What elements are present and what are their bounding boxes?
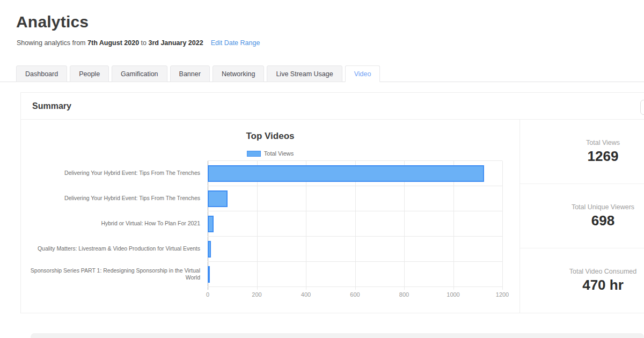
tab-networking[interactable]: Networking — [213, 65, 265, 82]
x-tick-label: 1200 — [496, 291, 509, 298]
category-label: Sponsorship Series PART 1: Redesigning S… — [21, 261, 204, 286]
bar-row — [208, 161, 502, 186]
chart-plot-area — [208, 160, 502, 286]
y-axis-category-labels: Delivering Your Hybrid Event: Tips From … — [21, 160, 204, 286]
summary-card: Summary Top Videos Total Views Deliverin… — [20, 92, 644, 313]
from-date: 7th August 2020 — [87, 39, 139, 47]
card-action-button[interactable] — [640, 100, 644, 115]
bar-total-views[interactable] — [208, 216, 214, 232]
tab-bar: DashboardPeopleGamificationBannerNetwork… — [0, 65, 644, 82]
next-section-header-bar — [31, 333, 644, 338]
x-axis-tick-labels: 020040060080010001200 — [208, 291, 502, 299]
date-range-summary: Showing analytics from 7th August 2020 t… — [17, 39, 260, 47]
stat-label: Total Unique Viewers — [572, 203, 634, 211]
tab-people[interactable]: People — [70, 65, 109, 82]
edit-date-range-link[interactable]: Edit Date Range — [211, 39, 260, 47]
summary-card-header: Summary — [21, 93, 644, 120]
stat-value: 1269 — [588, 148, 619, 165]
x-tick-label: 600 — [350, 291, 360, 298]
bar-row — [208, 186, 502, 211]
tab-video[interactable]: Video — [345, 65, 380, 82]
x-tick-label: 1000 — [447, 291, 459, 298]
gridline-1200 — [502, 161, 503, 290]
stat-panel-total-video-consumed: Total Video Consumed470 hr — [520, 248, 644, 313]
stats-column: Total Views1269Total Unique Viewers698To… — [519, 120, 644, 313]
stat-label: Total Views — [586, 139, 620, 146]
bar-total-views[interactable] — [208, 165, 484, 182]
bar-total-views[interactable] — [208, 266, 210, 283]
x-tick-label: 0 — [206, 291, 209, 298]
tab-dashboard[interactable]: Dashboard — [16, 65, 67, 82]
subtitle-middle: to — [139, 39, 148, 47]
tab-gamification[interactable]: Gamification — [112, 65, 167, 82]
bar-total-views[interactable] — [208, 190, 228, 207]
bar-total-views[interactable] — [208, 241, 211, 258]
stat-panel-total-views: Total Views1269 — [520, 120, 644, 184]
bar-row — [208, 237, 502, 262]
bar-row — [208, 211, 502, 237]
x-tick-label: 400 — [301, 291, 311, 298]
legend-label: Total Views — [264, 150, 294, 157]
chart-legend-item[interactable]: Total Views — [21, 150, 519, 157]
page-title: Analytics — [16, 13, 89, 31]
tab-banner[interactable]: Banner — [170, 65, 210, 82]
tab-live-stream-usage[interactable]: Live Stream Usage — [267, 65, 342, 82]
stat-label: Total Video Consumed — [569, 268, 637, 275]
analytics-page: Analytics Showing analytics from 7th Aug… — [0, 0, 644, 338]
category-label: Hybrid or Virtual: How To Plan For 2021 — [21, 211, 204, 236]
chart-title: Top Videos — [21, 131, 519, 142]
top-videos-chart: Top Videos Total Views Delivering Your H… — [21, 120, 519, 313]
stat-panel-total-unique-viewers: Total Unique Viewers698 — [520, 184, 644, 248]
summary-card-body: Top Videos Total Views Delivering Your H… — [21, 120, 644, 313]
category-label: Quality Matters: Livestream & Video Prod… — [21, 236, 204, 261]
summary-heading: Summary — [32, 101, 71, 111]
to-date: 3rd January 2022 — [148, 39, 203, 47]
x-tick-label: 800 — [399, 291, 409, 298]
bar-row — [208, 262, 502, 287]
stat-value: 698 — [591, 212, 614, 229]
legend-color-swatch — [247, 151, 261, 157]
stat-value: 470 hr — [582, 277, 624, 293]
subtitle-prefix: Showing analytics from — [17, 39, 87, 47]
category-label: Delivering Your Hybrid Event: Tips From … — [21, 160, 204, 186]
category-label: Delivering Your Hybrid Event: Tips From … — [21, 186, 204, 211]
x-tick-label: 200 — [252, 291, 261, 298]
